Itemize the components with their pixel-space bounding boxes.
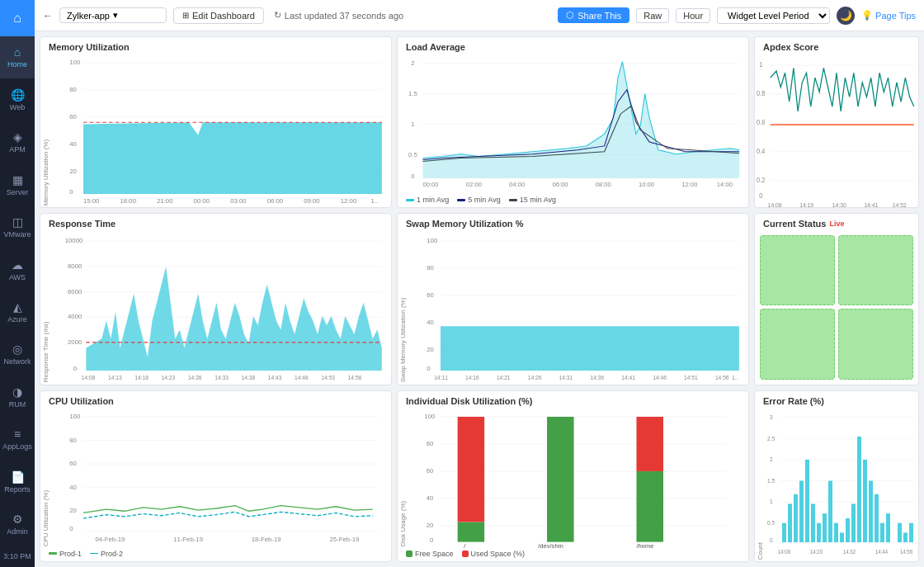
vmware-icon: ◫: [12, 215, 23, 229]
svg-text:14:30: 14:30: [832, 202, 846, 207]
svg-rect-162: [811, 503, 815, 542]
svg-text:1: 1: [770, 498, 773, 505]
svg-text:25-Feb-19: 25-Feb-19: [329, 535, 359, 542]
widget-current-status: Current Status Live: [754, 213, 919, 385]
svg-rect-171: [863, 460, 867, 542]
svg-text:18:00: 18:00: [120, 197, 136, 205]
raw-button[interactable]: Raw: [636, 8, 669, 23]
sidebar-item-server[interactable]: ▦ Server: [0, 163, 35, 206]
error-chart-svg: 3 2.5 2 1.5 1 0.5 0: [766, 408, 918, 561]
sidebar-item-web[interactable]: 🌐 Web: [0, 78, 35, 120]
y-axis-label-error: Count: [755, 408, 766, 561]
widget-body-memory: Memory Utilization (%) 100 80 60 40 20 0: [40, 54, 391, 207]
sidebar-item-applogs[interactable]: ≡ AppLogs: [0, 418, 35, 461]
svg-rect-157: [782, 522, 786, 541]
svg-text:12:00: 12:00: [341, 197, 356, 205]
hour-button[interactable]: Hour: [676, 8, 710, 23]
svg-text:14:33: 14:33: [214, 375, 229, 380]
svg-text:14:58: 14:58: [348, 375, 362, 380]
sidebar-item-aws[interactable]: ☁ AWS: [0, 248, 35, 291]
legend-prod2: Prod-2: [101, 550, 123, 558]
widget-body-load: 2 1.5 1 0.5 0: [398, 54, 748, 194]
svg-text:/dev/shm: /dev/shm: [538, 542, 563, 548]
home-icon: ⌂: [14, 45, 21, 59]
period-select[interactable]: Widget Level Period: [717, 7, 830, 24]
svg-text:0: 0: [69, 188, 73, 196]
lightbulb-icon: 💡: [861, 10, 873, 21]
svg-text:0: 0: [427, 365, 430, 372]
svg-text:14:32: 14:32: [843, 548, 856, 555]
widget-title-cpu: CPU Utilization: [40, 391, 391, 408]
page-tips-button[interactable]: 💡 Page Tips: [861, 10, 916, 21]
sidebar-label-home: Home: [7, 60, 27, 69]
status-title-row: Current Status Live: [755, 214, 918, 230]
azure-icon: ◭: [13, 300, 22, 314]
svg-text:14:52: 14:52: [893, 202, 907, 207]
svg-rect-170: [857, 437, 861, 542]
sidebar-item-home[interactable]: ⌂ Home: [0, 36, 35, 78]
live-badge: Live: [829, 220, 844, 228]
svg-text:0: 0: [411, 172, 414, 179]
refresh-icon: ↻: [274, 10, 281, 21]
widget-title-load: Load Average: [398, 37, 748, 54]
svg-text:14:46: 14:46: [653, 375, 667, 380]
status-cell-4: [838, 309, 913, 379]
svg-text:14:23: 14:23: [162, 375, 176, 380]
app-selector[interactable]: Zylker-app ▾: [59, 7, 167, 23]
cpu-chart-svg: 100 80 60 40 20 0 0: [51, 408, 391, 548]
topbar: ← Zylker-app ▾ ⊞ Edit Dashboard ↻ Last u…: [35, 0, 924, 31]
sidebar-item-apm[interactable]: ◈ APM: [0, 120, 35, 163]
status-cell-2: [838, 235, 913, 305]
widget-title-error: Error Rate (%): [755, 391, 918, 408]
web-icon: 🌐: [11, 88, 25, 102]
sidebar-item-rum[interactable]: ◑ RUM: [0, 376, 35, 418]
sidebar-item-admin[interactable]: ⚙ Admin: [0, 503, 35, 546]
share-button[interactable]: ⬡ Share This: [558, 7, 629, 23]
update-text: Last updated 37 seconds ago: [285, 11, 403, 21]
share-label: Share This: [578, 11, 621, 21]
svg-text:1: 1: [411, 120, 414, 127]
svg-text:10000: 10000: [65, 238, 83, 245]
svg-rect-177: [898, 522, 902, 541]
app-name: Zylker-app: [67, 11, 110, 21]
svg-text:1.5: 1.5: [767, 477, 775, 484]
sidebar-item-reports[interactable]: 📄 Reports: [0, 461, 35, 503]
y-axis-label-cpu: CPU Utilization (%): [40, 408, 51, 548]
legend-used: Used Space (%): [471, 550, 526, 558]
svg-text:100: 100: [425, 413, 436, 420]
svg-text:20: 20: [427, 522, 433, 529]
svg-text:40: 40: [69, 484, 77, 491]
svg-text:14:08: 14:08: [82, 375, 96, 380]
svg-text:40: 40: [69, 140, 77, 148]
svg-rect-165: [828, 480, 832, 542]
svg-rect-137: [547, 417, 574, 542]
load-chart-svg: 2 1.5 1 0.5 0: [398, 54, 748, 194]
sidebar-item-network[interactable]: ◎ Network: [0, 333, 35, 376]
svg-rect-179: [909, 522, 913, 541]
disk-legend: Free Space Used Space (%): [398, 548, 748, 561]
sidebar-item-vmware[interactable]: ◫ VMware: [0, 206, 35, 248]
svg-rect-169: [851, 503, 856, 542]
widget-title-status: Current Status: [763, 219, 826, 229]
svg-text:21:00: 21:00: [157, 197, 172, 205]
svg-text:1: 1: [759, 61, 762, 69]
svg-text:14:13: 14:13: [108, 375, 122, 380]
svg-text:20: 20: [69, 507, 77, 514]
svg-rect-138: [636, 471, 663, 542]
svg-text:40: 40: [427, 319, 434, 326]
memory-chart-svg: 100 80 60 40 20 0: [51, 54, 391, 207]
back-button[interactable]: ←: [43, 10, 53, 21]
dark-mode-toggle[interactable]: 🌙: [837, 7, 855, 25]
edit-dashboard-button[interactable]: ⊞ Edit Dashboard: [173, 7, 264, 24]
svg-text:10:00: 10:00: [639, 181, 654, 187]
svg-text:14:43: 14:43: [268, 375, 282, 380]
svg-text:0: 0: [770, 536, 773, 543]
svg-rect-135: [458, 522, 485, 541]
svg-text:03:00: 03:00: [230, 197, 246, 205]
swap-chart-svg: 100 80 60 40 20 0 14:11 14:16: [408, 230, 748, 384]
sidebar-item-azure[interactable]: ◭ Azure: [0, 291, 35, 333]
svg-text:0: 0: [69, 525, 73, 532]
svg-text:14:31: 14:31: [559, 375, 573, 380]
apdex-chart-svg: 1 0.8 0.6 0.4 0.2 0 14:08: [755, 54, 918, 207]
svg-text:14:08: 14:08: [768, 202, 782, 207]
